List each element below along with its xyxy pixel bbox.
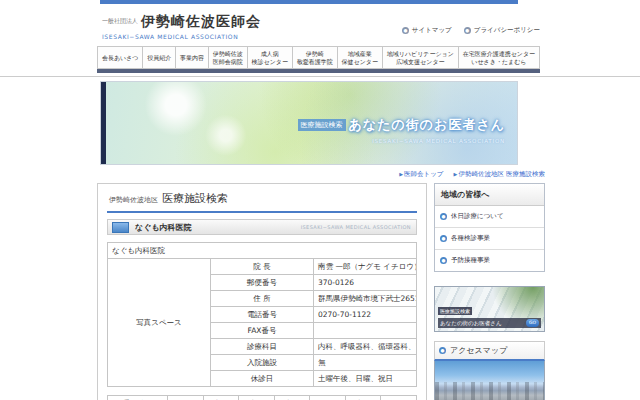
director-value: 南雲 一郎（ナグモ イチロウ） [314,259,417,275]
main-navigation: 会長あいさつ 役員紹介 事業内容 伊勢崎佐波医師会病院 成人病検診センター 伊勢… [97,46,540,69]
bullet-circle-icon: ● [402,27,409,34]
clinic-detail-table: なぐも内科医院 写真スペース 院 長 南雲 一郎（ナグモ イチロウ） 郵便番号 … [107,242,417,387]
nav-item-nursing-school[interactable]: 伊勢崎敬愛看護学院 [293,46,338,69]
nav-item-hospital[interactable]: 伊勢崎佐波医師会病院 [209,46,248,69]
hero-search-badge: 医療施設検索 [298,119,346,131]
banner-title: あなたの街のお医者さん [440,320,502,327]
site-header: 一般社団法人伊勢崎佐波医師会 ISESAKI−SAWA MEDICAL ASSO… [90,4,550,44]
access-map-photo[interactable] [434,361,545,400]
facility-search-banner[interactable]: 医療施設検索 あなたの街のお医者さん GO [434,286,545,332]
hero-text: 医療施設検索あなたの街のお医者さん ISESAKI−SAWA MEDICAL A… [298,114,505,144]
photo-placeholder: 写真スペース [108,259,211,387]
main-column: 伊勢崎佐波地区医療施設検索 なぐも内科医院 ISESAKI−SAWA MEDIC… [97,183,427,400]
clinic-name-heading: なぐも内科医院 [135,222,192,233]
table-row: なぐも内科医院 [108,243,417,259]
departments-value: 内科、呼吸器科、循環器科、胃腸科、麻酔科 [314,339,417,355]
access-map-box: ● アクセスマップ [434,341,545,400]
nav-item-screening-center[interactable]: 成人病検診センター [248,46,293,69]
detail-table-title: なぐも内科医院 [108,243,417,259]
banner-title-row: あなたの街のお医者さん GO [438,318,541,328]
content-area: 伊勢崎佐波地区医療施設検索 なぐも内科医院 ISESAKI−SAWA MEDIC… [97,183,550,400]
hero-banner: 医療施設検索あなたの街のお医者さん ISESAKI−SAWA MEDICAL A… [100,81,518,165]
section-watermark: ISESAKI−SAWA MEDICAL ASSOCIATION [301,224,411,230]
inpatient-value: 無 [314,355,417,371]
sidebar: 地域の皆様へ ● 休日診療について ● 各種検診事業 ● 予防接種事業 医療施設… [434,183,545,400]
arrow-circle-icon: ● [440,257,447,264]
hero-left-strip [101,82,106,164]
reception-hours-table: 受付時間 月曜 火曜 水曜 木曜 金曜 土曜 日曜 午前 9:00~12:00 … [107,395,417,400]
fax-value [314,323,417,339]
residents-box: 地域の皆様へ ● 休日診療について ● 各種検診事業 ● 予防接種事業 [434,183,545,272]
page-title: 伊勢崎佐波地区医療施設検索 [107,188,417,213]
arrow-circle-icon: ● [440,235,447,242]
nav-item-occupational-health[interactable]: 地域産業保健センター [338,46,383,69]
sidebar-item-screenings[interactable]: ● 各種検診事業 [435,228,544,250]
site-logo[interactable]: 一般社団法人伊勢崎佐波医師会 ISESAKI−SAWA MEDICAL ASSO… [102,11,261,41]
privacy-policy-link[interactable]: ● プライバシーポリシー [464,19,540,41]
arrow-circle-icon: ● [440,213,447,220]
arrow-circle-icon: ● [439,347,446,354]
phone-value: 0270-70-1122 [314,307,417,323]
banner-search-badge: 医療施設検索 [438,307,472,315]
sidebar-item-holiday-care[interactable]: ● 休日診療について [435,206,544,228]
page-title-text: 医療施設検索 [162,192,228,205]
table-row: 写真スペース 院 長 南雲 一郎（ナグモ イチロウ） [108,259,417,275]
breadcrumb-home-link[interactable]: ▶医師会トップ [399,170,445,178]
access-map-header[interactable]: ● アクセスマップ [434,341,545,361]
postal-code-value: 370-0126 [314,275,417,291]
closed-days-value: 土曜午後、日曜、祝日 [314,371,417,387]
arrow-marker-icon: ▶ [454,171,458,177]
clinic-section-header: なぐも内科医院 ISESAKI−SAWA MEDICAL ASSOCIATION [107,219,417,235]
page-container: 一般社団法人伊勢崎佐波医師会 ISESAKI−SAWA MEDICAL ASSO… [90,0,550,400]
nav-item-greeting[interactable]: 会長あいさつ [98,46,143,69]
hero-subtitle: ISESAKI−SAWA MEDICAL ASSOCIATION [298,138,505,144]
nav-item-business[interactable]: 事業内容 [176,46,209,69]
hero-title: あなたの街のお医者さん [349,116,505,134]
bullet-circle-icon: ● [464,27,471,34]
table-row: 受付時間 月曜 火曜 水曜 木曜 金曜 土曜 日曜 [108,396,417,400]
nav-item-home-care[interactable]: 在宅医療介護連携センターいせさき・たまむら [459,46,540,69]
access-map-title: アクセスマップ [450,345,507,356]
org-name-english: ISESAKI−SAWA MEDICAL ASSOCIATION [102,33,261,40]
nav-item-officers[interactable]: 役員紹介 [143,46,176,69]
sidebar-item-vaccinations[interactable]: ● 予防接種事業 [435,250,544,271]
sitemap-link[interactable]: ● サイトマップ [402,19,452,41]
blue-square-icon [112,222,129,233]
nav-item-rehabilitation[interactable]: 地域リハビリテーション広域支援センター [383,46,459,69]
page-title-prefix: 伊勢崎佐波地区 [109,196,158,204]
privacy-policy-link-label: プライバシーポリシー [474,26,540,35]
sitemap-link-label: サイトマップ [412,26,452,35]
go-button[interactable]: GO [526,319,539,327]
nav-underbar [97,69,540,73]
org-type-label: 一般社団法人 [102,17,138,24]
org-name: 伊勢崎佐波医師会 [141,13,261,29]
utility-links: ● サイトマップ ● プライバシーポリシー [402,11,540,41]
breadcrumb: ▶医師会トップ ▶伊勢崎佐波地区 医療施設検索 [90,170,545,179]
residents-box-title: 地域の皆様へ [435,184,544,206]
address-value: 群馬県伊勢崎市境下武士2651 [314,291,417,307]
arrow-marker-icon: ▶ [399,171,403,177]
breadcrumb-current-link[interactable]: ▶伊勢崎佐波地区 医療施設検索 [454,170,545,178]
